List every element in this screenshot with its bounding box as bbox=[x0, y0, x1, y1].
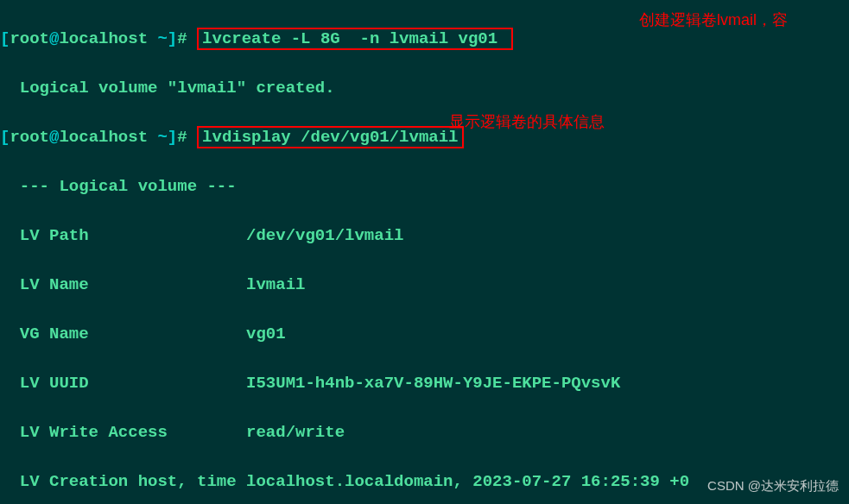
value: read/write bbox=[246, 423, 345, 442]
label: LV Creation host, time bbox=[0, 472, 246, 491]
path: ~ bbox=[157, 128, 167, 147]
user: root bbox=[10, 128, 49, 147]
label: LV Name bbox=[0, 275, 246, 294]
at-sign: @ bbox=[49, 29, 59, 48]
bracket-close: ] bbox=[168, 29, 177, 48]
path: ~ bbox=[157, 29, 167, 48]
lv-uuid-row: LV UUID I53UM1-h4nb-xa7V-89HW-Y9JE-EKPE-… bbox=[0, 371, 849, 396]
value: localhost.localdomain, 2023-07-27 16:25:… bbox=[246, 472, 689, 491]
lv-header: --- Logical volume --- bbox=[0, 174, 849, 199]
value: /dev/vg01/lvmail bbox=[246, 226, 403, 245]
value: vg01 bbox=[246, 324, 286, 343]
prompt-line-2: [root@localhost ~]# lvdisplay /dev/vg01/… bbox=[0, 125, 849, 150]
output-created: Logical volume "lvmail" created. bbox=[0, 76, 849, 101]
label: LV Path bbox=[0, 226, 246, 245]
bracket-close: ] bbox=[168, 128, 177, 147]
host: localhost bbox=[59, 128, 148, 147]
value: lvmail bbox=[246, 275, 305, 294]
hash: # bbox=[177, 29, 197, 48]
watermark: CSDN @达米安利拉德 bbox=[707, 476, 839, 496]
command-lvcreate: lvcreate -L 8G -n lvmail vg01 bbox=[197, 28, 512, 50]
vg-name-row: VG Name vg01 bbox=[0, 322, 849, 347]
value: I53UM1-h4nb-xa7V-89HW-Y9JE-EKPE-PQvsvK bbox=[246, 374, 620, 393]
label: LV UUID bbox=[0, 374, 246, 393]
label: LV Write Access bbox=[0, 423, 246, 442]
label: VG Name bbox=[0, 324, 246, 343]
annotation-display: 显示逻辑卷的具体信息 bbox=[449, 110, 605, 134]
lv-path-row: LV Path /dev/vg01/lvmail bbox=[0, 224, 849, 249]
command-lvdisplay: lvdisplay /dev/vg01/lvmail bbox=[197, 126, 463, 148]
lv-write-access-row: LV Write Access read/write bbox=[0, 420, 849, 445]
host: localhost bbox=[59, 29, 148, 48]
terminal-output[interactable]: [root@localhost ~]# lvcreate -L 8G -n lv… bbox=[0, 0, 849, 504]
annotation-create: 创建逻辑卷lvmail，容 bbox=[639, 9, 788, 32]
space bbox=[148, 29, 157, 48]
bracket-open: [ bbox=[0, 29, 10, 48]
at-sign: @ bbox=[49, 128, 59, 147]
user: root bbox=[10, 29, 49, 48]
space bbox=[148, 128, 157, 147]
hash: # bbox=[177, 128, 197, 147]
lv-name-row: LV Name lvmail bbox=[0, 273, 849, 298]
bracket-open: [ bbox=[0, 128, 10, 147]
